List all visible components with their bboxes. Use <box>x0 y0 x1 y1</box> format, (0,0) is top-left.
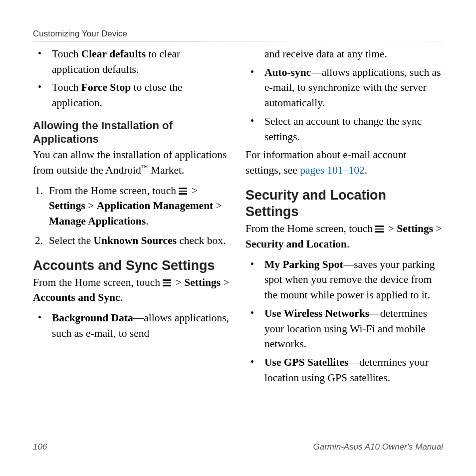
page-footer: 106 Garmin-Asus A10 Owner's Manual <box>33 442 443 452</box>
list-item: Background Data—allows applications, suc… <box>52 310 231 341</box>
text: . <box>365 164 367 176</box>
text: Market. <box>148 164 185 176</box>
paragraph: You can allow the installation of applic… <box>33 147 231 178</box>
text-bold: Clear defaults <box>81 48 146 60</box>
text-bold: Use Wireless Networks <box>264 307 369 319</box>
list-item: Touch Clear defaults to clear applicatio… <box>52 46 231 77</box>
bullet-list-background-data: Background Data—allows applications, suc… <box>33 310 231 341</box>
text-bold: Accounts and Sync <box>33 291 120 303</box>
bullet-list-autosync: Auto-sync—allows applications, such as e… <box>245 65 443 145</box>
list-item: My Parking Spot—saves your parking spot … <box>264 257 443 303</box>
text-bold: Application Management <box>97 200 214 212</box>
text: > <box>173 276 184 288</box>
paragraph: From the Home screen, touch > Settings >… <box>245 221 443 251</box>
text-bold: My Parking Spot <box>264 258 343 270</box>
text-bold: Unknown Sources <box>94 235 177 246</box>
page-number: 106 <box>33 442 47 452</box>
menu-icon <box>163 279 171 286</box>
heading-security-location: Security and Location Settings <box>245 187 443 220</box>
paragraph: From the Home screen, touch > Settings >… <box>33 275 231 305</box>
text: Select an account to change the sync set… <box>264 115 422 143</box>
list-item: Use Wireless Networks—determines your lo… <box>264 306 443 352</box>
text: > <box>433 223 442 235</box>
text: > <box>213 200 222 212</box>
text-bold: Background Data <box>52 312 133 324</box>
header-divider <box>33 41 443 41</box>
text: From the Home screen, touch <box>245 223 375 235</box>
text-bold: Settings <box>49 200 85 212</box>
text-bold: Force Stop <box>81 81 131 93</box>
list-item: Use GPS Satellites—determines your locat… <box>264 355 443 385</box>
heading-accounts-sync: Accounts and Sync Settings <box>33 257 231 274</box>
trademark-symbol: ™ <box>141 164 148 171</box>
list-item: Touch Force Stop to close the applicatio… <box>52 80 231 110</box>
text: From the Home screen, touch <box>49 185 179 197</box>
text: Touch <box>52 48 81 60</box>
continuation-text: and receive data at any time. <box>245 46 443 62</box>
text: . <box>347 238 349 250</box>
text: Select the <box>49 235 94 246</box>
text: > <box>189 185 198 197</box>
right-column: and receive data at any time. Auto-sync—… <box>245 46 443 389</box>
text: > <box>85 200 97 212</box>
bullet-list-clear-force: Touch Clear defaults to clear applicatio… <box>33 46 231 111</box>
menu-icon <box>375 226 384 233</box>
list-item: Select the Unknown Sources check box. <box>49 233 231 248</box>
text-bold: Settings <box>184 276 221 288</box>
bullet-list-security: My Parking Spot—saves your parking spot … <box>245 257 443 386</box>
content-columns: Touch Clear defaults to clear applicatio… <box>33 46 443 389</box>
paragraph: For information about e-mail account set… <box>245 147 443 178</box>
text-bold: Security and Location <box>245 238 347 250</box>
list-item: Auto-sync—allows applications, such as e… <box>264 65 443 111</box>
list-item: From the Home screen, touch > Settings >… <box>49 183 231 229</box>
text: check box. <box>177 235 226 246</box>
numbered-steps: From the Home screen, touch > Settings >… <box>33 183 231 248</box>
text: . <box>120 291 122 303</box>
manual-title: Garmin-Asus A10 Owner's Manual <box>313 442 443 452</box>
text: From the Home screen, touch <box>33 276 163 288</box>
page-link[interactable]: pages 101–102 <box>300 164 365 176</box>
menu-icon <box>179 188 187 195</box>
subheading-allowing-installation: Allowing the Installation of Application… <box>33 119 231 146</box>
text: > <box>385 223 397 235</box>
text-bold: Manage Applications <box>49 215 146 227</box>
text-bold: Settings <box>397 223 433 235</box>
list-item: Select an account to change the sync set… <box>264 114 443 144</box>
text: You can allow the installation of applic… <box>33 149 227 176</box>
text-bold: Auto-sync <box>264 66 311 78</box>
text-bold: Use GPS Satellites <box>264 356 348 368</box>
text: Touch <box>52 81 81 93</box>
left-column: Touch Clear defaults to clear applicatio… <box>33 46 231 389</box>
text: > <box>221 276 230 288</box>
text: . <box>146 215 148 227</box>
page-header: Customizing Your Device <box>33 29 443 39</box>
